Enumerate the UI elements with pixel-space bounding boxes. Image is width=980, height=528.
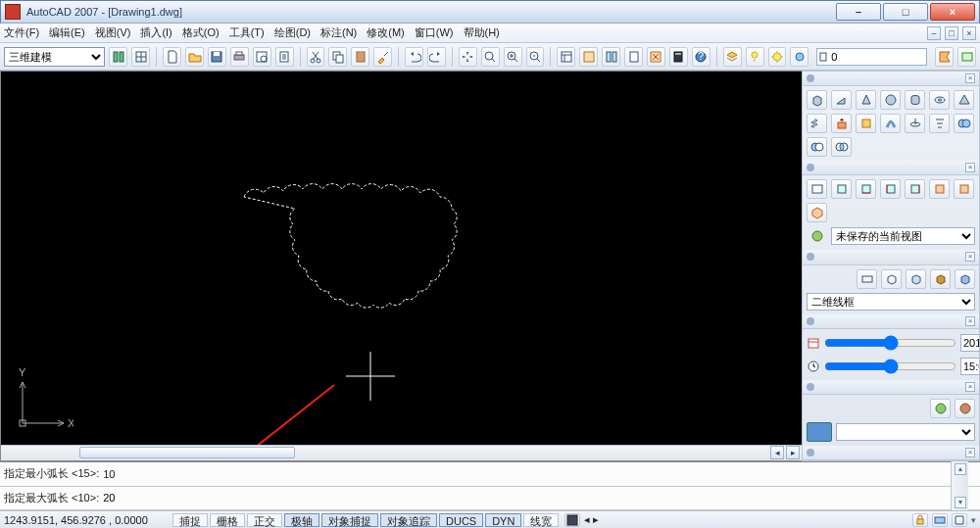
torus-icon[interactable] xyxy=(929,90,950,110)
command-input[interactable] xyxy=(103,492,976,504)
palette-close-icon[interactable]: × xyxy=(965,73,975,83)
view-top-icon[interactable] xyxy=(831,179,852,199)
ortho-toggle[interactable]: 正交 xyxy=(247,513,282,527)
named-view-icon[interactable] xyxy=(807,179,827,199)
menu-format[interactable]: 格式(O) xyxy=(182,25,220,40)
box-icon[interactable] xyxy=(807,90,827,110)
tool-palettes-icon2[interactable] xyxy=(602,47,620,67)
tool-palettes-icon[interactable] xyxy=(109,47,127,67)
copy-icon[interactable] xyxy=(328,47,347,67)
save-file-icon[interactable] xyxy=(208,47,226,67)
palette-close-icon[interactable]: × xyxy=(965,316,975,326)
view-left-icon[interactable] xyxy=(880,179,901,199)
union-icon[interactable] xyxy=(954,114,974,133)
palette-header[interactable]: × xyxy=(803,161,979,175)
palette-close-icon[interactable]: × xyxy=(965,382,975,392)
zoom-window-icon[interactable] xyxy=(504,47,522,67)
view-swiso-icon[interactable] xyxy=(807,203,827,222)
model-paper-arrows[interactable]: ◂ ▸ xyxy=(584,513,599,526)
open-file-icon[interactable] xyxy=(185,47,204,67)
scroll-down-icon[interactable]: ▾ xyxy=(955,497,966,508)
vs-3dwire-icon[interactable] xyxy=(881,269,902,289)
view-right-icon[interactable] xyxy=(905,179,925,199)
menu-insert[interactable]: 插入(I) xyxy=(140,25,172,40)
view-front-icon[interactable] xyxy=(929,179,950,199)
layer-freeze-icon[interactable] xyxy=(768,47,787,67)
tray-lock-icon[interactable] xyxy=(912,513,928,527)
menu-help[interactable]: 帮助(H) xyxy=(464,25,500,40)
zoom-previous-icon[interactable] xyxy=(526,47,545,67)
scroll-left-icon[interactable]: ◂ xyxy=(770,446,784,459)
time-slider[interactable] xyxy=(824,360,956,373)
vs-2dwire-icon[interactable] xyxy=(857,269,877,289)
standards-icon[interactable] xyxy=(935,47,954,67)
palette-header[interactable]: × xyxy=(803,314,979,329)
tray-chevron[interactable]: ▾ xyxy=(971,515,976,525)
cut-icon[interactable] xyxy=(307,47,325,67)
layer-states-icon[interactable] xyxy=(957,47,976,67)
vs-realistic-icon[interactable] xyxy=(930,269,951,289)
publish-icon[interactable] xyxy=(275,47,294,67)
markup-icon[interactable] xyxy=(647,47,665,67)
zoom-realtime-icon[interactable] xyxy=(481,47,500,67)
lwt-toggle[interactable]: 线宽 xyxy=(523,513,559,527)
command-input-line[interactable]: 指定最大弧长 <10>: xyxy=(0,487,980,511)
osnap-toggle[interactable]: 对象捕捉 xyxy=(321,513,378,527)
layer-lock-icon[interactable] xyxy=(790,47,808,67)
polar-toggle[interactable]: 极轴 xyxy=(284,513,319,527)
vs-conceptual-icon[interactable] xyxy=(955,269,975,289)
date-slider[interactable] xyxy=(824,336,956,350)
material-attach-icon[interactable] xyxy=(955,399,975,418)
menu-modify[interactable]: 修改(M) xyxy=(367,25,405,40)
menu-dimension[interactable]: 标注(N) xyxy=(320,25,357,40)
saved-view-dropdown[interactable]: 未保存的当前视图 xyxy=(831,227,975,245)
wedge-icon[interactable] xyxy=(831,90,852,110)
palette-header[interactable]: × xyxy=(803,380,979,395)
ducs-toggle[interactable]: DUCS xyxy=(439,513,483,527)
subtract-icon[interactable] xyxy=(807,137,827,157)
layer-dropdown[interactable]: 0 xyxy=(816,48,927,66)
drawing-canvas[interactable]: Y X xyxy=(1,72,802,445)
palette-header[interactable]: × xyxy=(803,250,979,264)
paste-icon[interactable] xyxy=(351,47,369,67)
properties-icon[interactable] xyxy=(557,47,575,67)
scroll-thumb[interactable] xyxy=(79,447,295,458)
scroll-up-icon[interactable]: ▴ xyxy=(955,463,966,475)
help-icon[interactable]: ? xyxy=(692,47,710,67)
quickcalc-icon[interactable] xyxy=(669,47,688,67)
palette-header[interactable]: × xyxy=(803,72,979,86)
command-scrollbar[interactable]: ▴ ▾ xyxy=(951,461,968,510)
mdi-minimize-button[interactable]: – xyxy=(927,26,941,40)
mdi-maximize-button[interactable]: □ xyxy=(945,26,958,40)
palette-close-icon[interactable]: × xyxy=(965,163,975,172)
menu-window[interactable]: 窗口(W) xyxy=(415,25,454,40)
menu-view[interactable]: 视图(V) xyxy=(95,25,131,40)
material-swatch[interactable] xyxy=(807,422,832,442)
revolve-icon[interactable] xyxy=(905,114,925,133)
visual-style-dropdown[interactable]: 二维线框 xyxy=(807,293,975,311)
palette-close-icon[interactable]: × xyxy=(965,448,975,457)
presspull-icon[interactable] xyxy=(856,114,876,133)
workspace-dropdown[interactable]: 三维建模 xyxy=(4,47,105,67)
cylinder-icon[interactable] xyxy=(905,90,925,110)
extrude-icon[interactable] xyxy=(831,114,852,133)
menu-draw[interactable]: 绘图(D) xyxy=(274,25,311,40)
design-center-icon[interactable] xyxy=(131,47,150,67)
view-bottom-icon[interactable] xyxy=(856,179,876,199)
palette-header[interactable]: × xyxy=(803,446,979,460)
new-file-icon[interactable] xyxy=(163,47,181,67)
vs-hidden-icon[interactable] xyxy=(906,269,926,289)
intersect-icon[interactable] xyxy=(831,137,852,157)
model-paper-icon[interactable] xyxy=(564,513,580,527)
undo-icon[interactable] xyxy=(405,47,423,67)
window-minimize-button[interactable]: – xyxy=(836,3,881,21)
snap-toggle[interactable]: 捕捉 xyxy=(172,513,208,527)
pan-icon[interactable] xyxy=(459,47,477,67)
sheet-set-icon[interactable] xyxy=(624,47,643,67)
horizontal-scrollbar[interactable]: ◂ ▸ xyxy=(1,445,802,460)
date-field[interactable] xyxy=(960,334,980,352)
menu-edit[interactable]: 编辑(E) xyxy=(49,25,85,40)
match-prop-icon[interactable] xyxy=(373,47,392,67)
window-maximize-button[interactable]: □ xyxy=(883,3,928,21)
palette-close-icon[interactable]: × xyxy=(965,252,975,262)
